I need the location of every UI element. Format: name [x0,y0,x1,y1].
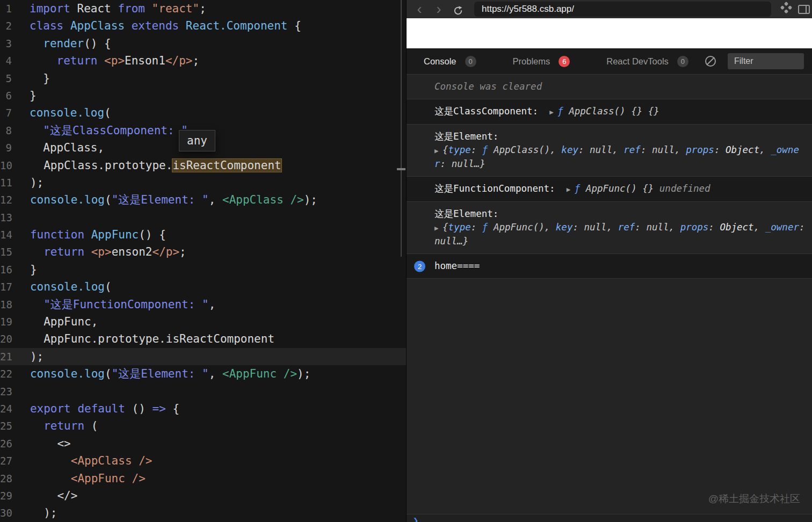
console-input-row[interactable]: ❯ [407,514,812,522]
console-token: props [680,222,709,233]
code-text: AppFunc.prototype.isReactComponent [12,330,274,347]
console-token: null [590,144,612,155]
code-line[interactable]: 17console.log( [0,278,406,295]
code-line[interactable]: 27 <AppClass /> [0,452,406,469]
expand-arrow-icon[interactable]: ▶ [567,185,575,193]
console-token: : [799,222,810,233]
clear-console-icon[interactable] [705,56,716,67]
reload-icon[interactable] [452,3,465,16]
code-token: render [43,37,84,50]
console-row[interactable]: 这是Element:▶ {type: ƒ AppFunc(), key: nul… [407,202,812,254]
code-line[interactable]: 19 AppFunc, [0,313,406,330]
code-line[interactable]: 13 [0,209,406,226]
code-token: ); [30,350,44,363]
code-text: ); [12,348,44,365]
code-token [63,19,70,32]
tab-react-devtools[interactable]: React DevTools0 [606,56,688,67]
code-text: function AppFunc() { [12,226,166,243]
code-line[interactable]: 2class AppClass extends React.Component … [0,17,406,34]
code-line[interactable]: 10 AppClass.prototype.isReactComponent [0,157,406,174]
code-line[interactable]: 20 AppFunc.prototype.isReactComponent [0,330,406,347]
url-bar[interactable] [474,2,771,17]
browser-pane: ‹ › Console0Problems6React DevTools0 Con… [407,0,812,522]
console-token: ƒ [482,144,494,155]
tab-problems[interactable]: Problems6 [513,56,570,67]
line-number: 22 [0,365,12,382]
code-token: console.log [30,367,105,380]
console-token: { [443,144,448,155]
code-line[interactable]: 4 return <p>Enson1</p>; [0,52,406,69]
console-row[interactable]: 2home==== [407,254,812,279]
code-token: from [118,2,145,15]
forward-icon[interactable]: › [432,1,445,17]
code-line[interactable]: 24export default () => { [0,400,406,417]
code-text: AppClass, [12,139,104,156]
console-token: : [708,222,720,233]
console-token: : [714,144,726,155]
code-text: return <p>enson2</p>; [12,243,186,260]
code-line[interactable]: 1import React from "react"; [0,0,406,17]
code-line[interactable]: 14function AppFunc() { [0,226,406,243]
editor-scrollbar[interactable] [401,0,402,257]
console-token: { [443,222,448,233]
code-line[interactable]: 29 </> [0,487,406,504]
code-line[interactable]: 23 [0,383,406,400]
line-number: 3 [0,35,12,52]
line-number: 11 [0,174,12,191]
expand-arrow-icon[interactable]: ▶ [549,108,557,116]
code-line[interactable]: 15 return <p>enson2</p>; [0,243,406,260]
console-token: null [646,222,669,233]
back-icon[interactable]: ‹ [413,1,426,17]
console-token: , [607,222,618,233]
console-row[interactable]: 这是Element:▶ {type: ƒ AppClass(), key: nu… [407,125,812,177]
devices-grid-icon[interactable] [779,2,794,17]
code-line[interactable]: 3 render() { [0,35,406,52]
console-token: ref [618,222,635,233]
code-token: console.log [30,106,104,119]
code-line[interactable]: 30 ); [0,504,406,521]
code-editor[interactable]: 1import React from "react";2class AppCla… [0,0,407,522]
code-line[interactable]: 25 return ( [0,417,406,434]
code-line[interactable]: 16} [0,261,406,278]
split-view-icon[interactable] [798,5,810,14]
expand-arrow-icon[interactable]: ▶ [434,147,443,155]
code-line[interactable]: 18 "这是FunctionComponent: ", [0,296,406,313]
code-line[interactable]: 26 <> [0,435,406,452]
console-token: null…} [434,236,468,247]
code-token: extends [132,19,179,32]
code-text: ); [12,174,44,191]
code-line[interactable]: 21); [0,348,406,365]
code-text: "这是FunctionComponent: ", [12,296,215,313]
console-token: : [578,144,590,155]
code-token: enson2 [112,245,153,258]
console-row[interactable]: Console was cleared [407,75,812,99]
console-line: 这是Element: [434,207,805,221]
code-line[interactable]: 22console.log("这是Element: ", <AppFunc />… [0,365,406,382]
code-line[interactable]: 11); [0,174,406,191]
line-number: 14 [0,226,12,243]
code-line[interactable]: 28 <AppFunc /> [0,470,406,487]
code-token [145,2,152,15]
console-token: ref [624,144,641,155]
filter-input[interactable] [728,53,804,69]
console-row[interactable]: 这是FunctionComponent: ▶ ƒ AppFunc() {} un… [407,177,812,202]
code-line[interactable]: 6} [0,87,406,104]
code-line[interactable]: 12console.log("这是Element: ", <AppClass /… [0,191,406,208]
code-text: ); [12,504,57,521]
line-number: 20 [0,330,12,347]
console-output: Console was cleared这是ClassComponent: ▶ ƒ… [407,75,812,522]
code-token: ; [192,54,199,67]
code-token [179,19,186,32]
console-token: : [572,222,584,233]
expand-arrow-icon[interactable]: ▶ [434,224,443,232]
code-token: ); [297,367,310,380]
code-text: } [12,87,37,104]
console-token: AppClass() [494,144,550,155]
code-line[interactable]: 5 } [0,70,406,87]
line-number: 16 [0,261,12,278]
console-line: ▶ {type: ƒ AppClass(), key: null, ref: n… [434,143,805,171]
code-line[interactable]: 7console.log( [0,104,406,121]
code-token: export [30,402,71,415]
console-row[interactable]: 这是ClassComponent: ▶ ƒ AppClass() {} {} [407,99,812,125]
tab-console[interactable]: Console0 [424,56,476,67]
